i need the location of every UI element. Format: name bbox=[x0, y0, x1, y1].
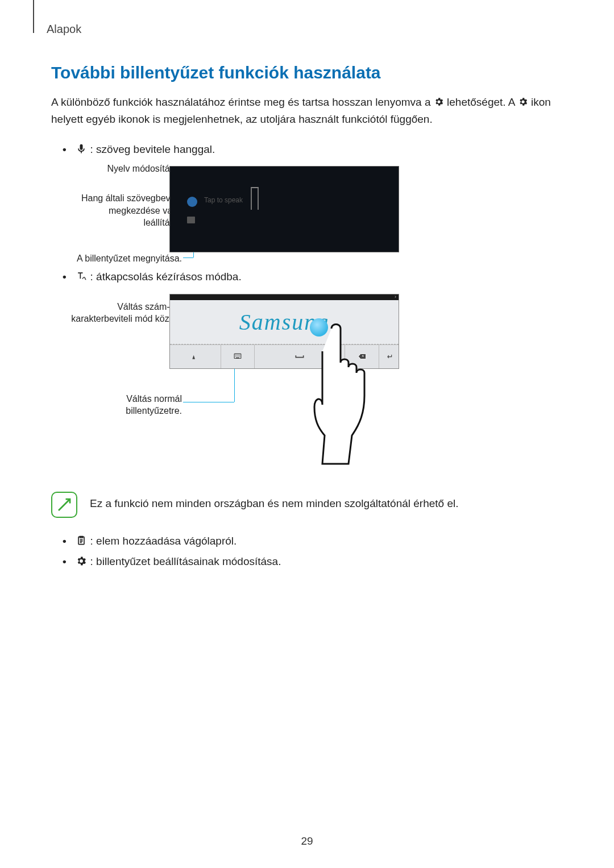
note-text: Ez a funkció nem minden országban és nem… bbox=[90, 492, 459, 510]
chevron-right-icon: › bbox=[395, 294, 396, 300]
gear-icon bbox=[76, 555, 87, 566]
note-icon bbox=[51, 492, 77, 518]
keyboard-icon bbox=[187, 217, 195, 223]
bullet-handwriting-text: : átkapcsolás kézírásos módba. bbox=[90, 271, 242, 283]
intro-text-2: lehetőséget. A bbox=[447, 96, 518, 108]
figure-voice-input: Nyelv módosítása. Hang általi szövegbevi… bbox=[51, 166, 569, 252]
bullet-handwriting: • : átkapcsolás kézírásos módba. bbox=[63, 268, 569, 285]
language-selector bbox=[251, 187, 259, 210]
gear-icon bbox=[434, 95, 444, 105]
bullet-voice: • : szöveg bevitele hanggal. bbox=[63, 141, 569, 158]
callout-mode-switch: Váltás szám- és karakterbeviteli mód köz… bbox=[68, 301, 182, 325]
callout-language: Nyelv módosítása. bbox=[68, 163, 182, 175]
clipboard-icon bbox=[76, 534, 87, 546]
bullet-voice-text: : szöveg bevitele hanggal. bbox=[90, 143, 215, 155]
tap-to-speak-label: Tap to speak bbox=[204, 196, 243, 204]
mic-button bbox=[187, 197, 197, 207]
callout-start-stop: Hang általi szövegbevitel megkezdése vag… bbox=[68, 192, 182, 229]
bullet-settings-text: : billentyűzet beállításainak módosítása… bbox=[90, 555, 281, 567]
gear-icon bbox=[518, 95, 528, 105]
figure-handwriting: Váltás szám- és karakterbeviteli mód köz… bbox=[51, 294, 569, 476]
handwriting-panel: › Samsung bbox=[169, 294, 399, 369]
mode-switch-cell bbox=[170, 345, 221, 368]
keyboard-switch-cell bbox=[221, 345, 255, 368]
handwriting-t-icon bbox=[76, 270, 87, 281]
microphone-icon bbox=[76, 143, 87, 154]
bullet-clipboard: • : elem hozzáadása vágólapról. bbox=[63, 533, 569, 550]
page-header: Alapok bbox=[47, 23, 569, 36]
intro-text-1: A különböző funkciók használatához érint… bbox=[51, 96, 434, 108]
note-box: Ez a funkció nem minden országban és nem… bbox=[51, 492, 569, 518]
callout-open-keyboard: A billentyűzet megnyitása. bbox=[68, 252, 182, 265]
callout-normal-keyboard: Váltás normál billentyűzetre. bbox=[68, 393, 182, 417]
voice-input-panel: Tap to speak bbox=[169, 166, 399, 252]
page-number: 29 bbox=[0, 835, 614, 848]
intro-paragraph: A különböző funkciók használatához érint… bbox=[51, 94, 569, 128]
section-title: További billentyűzet funkciók használata bbox=[51, 63, 569, 82]
bullet-settings: • : billentyűzet beállításainak módosítá… bbox=[63, 553, 569, 570]
hand-illustration bbox=[312, 317, 386, 459]
bullet-clipboard-text: : elem hozzáadása vágólapról. bbox=[90, 535, 237, 547]
